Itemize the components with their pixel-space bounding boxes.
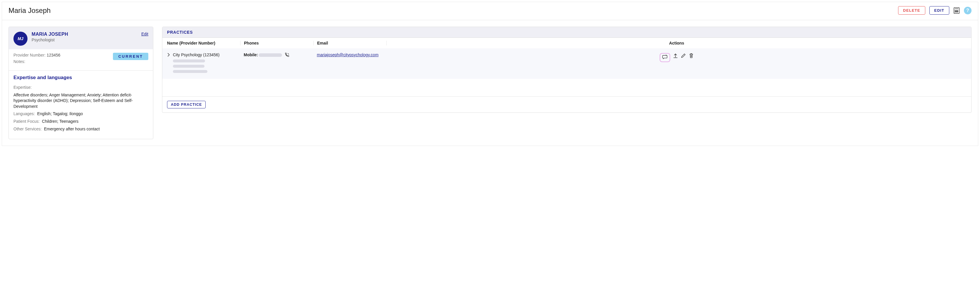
expertise-label: Expertise:	[13, 85, 32, 90]
profile-card: MJ MARIA JOSEPH Psychologist Edit Provid…	[8, 27, 153, 139]
focus-label: Patient Focus:	[13, 119, 40, 124]
help-icon[interactable]: ?	[964, 7, 972, 14]
redacted-line	[173, 59, 205, 62]
expertise-section-title: Expertise and languages	[13, 75, 148, 80]
add-practice-button[interactable]: ADD PRACTICE	[167, 101, 206, 109]
other-value: Emergency after hours contact	[44, 126, 100, 131]
message-icon[interactable]	[662, 54, 668, 59]
languages-value: English; Tagalog; Ilonggo	[37, 111, 83, 116]
notes-label: Notes:	[13, 59, 25, 64]
redacted-line	[173, 65, 204, 68]
practices-panel: PRACTICES Name (Provider Number) Phones …	[162, 27, 972, 113]
message-action-highlight	[660, 53, 670, 62]
expertise-value: Affective disorders; Anger Management; A…	[13, 92, 148, 110]
edit-profile-link[interactable]: Edit	[141, 32, 148, 36]
page-header: Maria Joseph DELETE EDIT ?	[2, 2, 978, 20]
header-actions: DELETE EDIT ?	[898, 6, 972, 14]
calculator-icon[interactable]	[953, 7, 960, 14]
edit-icon[interactable]	[681, 53, 686, 62]
languages-label: Languages:	[13, 111, 35, 116]
status-badge: CURRENT	[113, 53, 148, 60]
trash-icon[interactable]	[689, 53, 694, 62]
delete-button[interactable]: DELETE	[898, 6, 925, 14]
focus-value: Children; Teenagers	[42, 119, 78, 124]
practice-name: City Psychology (123456)	[173, 53, 220, 57]
practices-panel-title: PRACTICES	[162, 27, 971, 38]
practice-email-link[interactable]: mariajoseph@citypsychology.com	[317, 53, 379, 57]
avatar: MJ	[13, 32, 27, 46]
column-actions: Actions	[387, 41, 967, 45]
upload-icon[interactable]	[673, 53, 678, 62]
edit-button[interactable]: EDIT	[929, 6, 949, 14]
provider-number-value: 123456	[47, 53, 60, 58]
svg-rect-0	[954, 8, 959, 13]
expand-row-icon[interactable]	[167, 53, 170, 73]
profile-role: Psychologist	[32, 37, 68, 42]
table-row: City Psychology (123456) Mobile:	[162, 48, 971, 79]
phone-icon[interactable]	[284, 53, 290, 58]
column-email: Email	[313, 41, 387, 45]
redacted-phone	[259, 53, 282, 57]
page-title: Maria Joseph	[8, 6, 51, 14]
column-name: Name (Provider Number)	[167, 41, 240, 45]
redacted-line	[173, 70, 207, 73]
other-label: Other Services:	[13, 126, 41, 131]
provider-number-label: Provider Number:	[13, 53, 46, 58]
column-phones: Phones	[240, 41, 313, 45]
profile-name: MARIA JOSEPH	[32, 32, 68, 37]
phone-label: Mobile:	[244, 53, 258, 57]
